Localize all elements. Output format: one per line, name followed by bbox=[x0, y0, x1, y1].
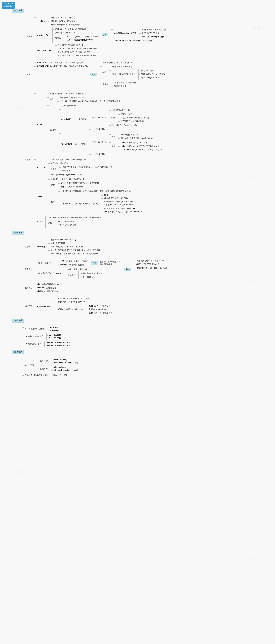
section-op: 操作方法 bbox=[12, 231, 24, 235]
root-line1: JavaScript bbox=[3, 2, 13, 5]
fromCharCode: fromCharCode( ) bbox=[36, 49, 52, 52]
relation-tag: 关系 bbox=[102, 33, 108, 36]
match-fn: match( ) bbox=[36, 123, 45, 126]
char-group: 字符方法 bbox=[24, 35, 33, 38]
root-tag: JavaScript 字符串函数 bbox=[2, 2, 15, 8]
extract-group: 截取方法 bbox=[24, 268, 33, 271]
space-group: 空格处理 bbox=[24, 286, 33, 289]
pos-common-tag: 共性 bbox=[90, 73, 97, 76]
concat-group: 拼接方法 bbox=[24, 245, 33, 248]
match-group: 匹配方法 bbox=[24, 158, 33, 161]
section-encode: 编码方法 bbox=[12, 318, 24, 322]
section-search: 查找方法 bbox=[12, 8, 24, 12]
pos-group: 位置方法 bbox=[24, 73, 33, 76]
replace-fn: replace( ) bbox=[36, 195, 46, 197]
charCodeAt: charCodeAt( ) bbox=[36, 34, 50, 36]
root-line2: 字符串函数 bbox=[3, 5, 14, 8]
charAt: charAt( ) bbox=[36, 20, 45, 22]
split-fn: split( ) bbox=[36, 220, 43, 223]
compare-group: 比较方法 bbox=[24, 304, 33, 308]
section-convert: 转换方法 bbox=[12, 350, 24, 354]
search-fn: search( ) bbox=[36, 166, 45, 168]
